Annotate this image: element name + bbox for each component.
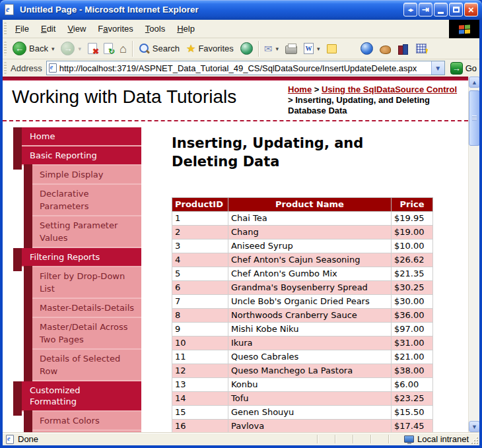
sidebar-item-home[interactable]: Home	[22, 127, 141, 146]
status-bar: Done Local intranet	[3, 432, 479, 445]
forward-button[interactable]: → ▾	[57, 40, 85, 57]
price-cell: $19.00	[392, 226, 433, 240]
status-separator	[353, 435, 353, 443]
maximize-icon	[453, 7, 460, 13]
sidebar-item-label: Details of Selected Row	[40, 354, 120, 376]
search-icon	[138, 43, 150, 55]
maximize-button[interactable]	[449, 3, 463, 16]
sidebar-item-filtering-reports[interactable]: Filtering Reports	[22, 248, 141, 267]
table-row: 10Ikura$31.00	[172, 336, 433, 350]
home-button[interactable]: ⌂	[116, 42, 130, 56]
product-name-cell: Grandma's Boysenberry Spread	[228, 281, 391, 295]
detach-window-button[interactable]: ⇥	[419, 3, 432, 16]
product-id-cell: 1	[172, 212, 228, 226]
price-cell: $38.00	[392, 364, 433, 378]
edit-button[interactable]: W ▾	[300, 42, 324, 55]
web-page: Working with Data Tutorials Home > Using…	[3, 77, 468, 432]
breadcrumb-link-using-the-sqldatasource-control[interactable]: Using the SqlDataSource Control	[322, 84, 457, 94]
go-button[interactable]: → Go	[450, 62, 477, 75]
table-row: 7Uncle Bob's Organic Dried Pears$30.00	[172, 295, 433, 309]
scroll-down-button[interactable]: ▼	[469, 421, 479, 432]
menu-item-help[interactable]: Help	[171, 20, 201, 38]
menu-item-favorites[interactable]: Favorites	[92, 20, 139, 38]
mail-dropdown-icon[interactable]: ▾	[275, 46, 279, 52]
sidebar-item-filter-by-drop-down-list[interactable]: Filter by Drop-Down List	[32, 267, 141, 299]
sidebar-item-details-of-selected-row[interactable]: Details of Selected Row	[32, 350, 141, 381]
search-label: Search	[153, 44, 180, 53]
throbber	[449, 20, 479, 38]
go-label: Go	[465, 63, 477, 73]
table-row: 12Queso Manchego La Pastora$38.00	[172, 364, 433, 378]
product-name-cell: Pavlova	[228, 420, 391, 433]
resize-grip[interactable]	[472, 438, 478, 444]
sidebar-item-customized-formatting[interactable]: Customized Formatting	[22, 381, 141, 412]
table-row: 5Chef Anton's Gumbo Mix$21.35	[172, 267, 433, 281]
favorites-star-icon: ★	[186, 44, 195, 54]
column-header-price: Price	[392, 198, 433, 212]
price-cell: $36.00	[392, 309, 433, 323]
sidebar-item-master-detail-across-two-pages[interactable]: Master/Detail Across Two Pages	[32, 318, 141, 350]
msn-button[interactable]	[357, 41, 376, 56]
refresh-button[interactable]: ↻	[100, 42, 116, 55]
ie-page-icon	[49, 63, 57, 73]
edit-word-icon: W	[304, 43, 314, 54]
history-globe-icon	[240, 42, 253, 55]
browser-window: Untitled Page - Microsoft Internet Explo…	[0, 0, 482, 448]
research-books-icon	[397, 44, 409, 54]
address-input[interactable]: http://localhost:3719/ASPNET_Data_Tutori…	[46, 61, 445, 75]
back-button[interactable]: ← Back ▾	[9, 40, 57, 57]
exit-window-icon: ⇥	[422, 5, 429, 15]
scroll-up-button[interactable]: ▲	[469, 77, 479, 88]
menu-item-file[interactable]: File	[9, 20, 35, 38]
history-button[interactable]	[237, 41, 256, 56]
search-companion-button[interactable]	[376, 42, 394, 55]
sidebar-item-label: Home	[30, 131, 55, 141]
product-id-cell: 5	[172, 267, 228, 281]
stop-button[interactable]: ✖	[85, 42, 100, 55]
forward-icon: →	[61, 42, 75, 55]
breadcrumb-current: Inserting, Updating, and Deleting Databa…	[288, 95, 430, 115]
ie-page-icon	[5, 4, 14, 15]
mail-button[interactable]: ✉ ▾	[261, 42, 282, 55]
menu-items: FileEditViewFavoritesToolsHelp	[9, 20, 201, 38]
titlebar[interactable]: Untitled Page - Microsoft Internet Explo…	[0, 0, 482, 20]
sidebar-item-simple-display[interactable]: Simple Display	[32, 166, 141, 185]
address-dropdown-button[interactable]: ▼	[431, 61, 444, 75]
sidebar-item-declarative-parameters[interactable]: Declarative Parameters	[32, 185, 141, 216]
print-icon	[285, 46, 297, 54]
price-cell: $30.00	[392, 295, 433, 309]
menu-item-edit[interactable]: Edit	[35, 20, 61, 38]
product-id-cell: 6	[172, 281, 228, 295]
menu-item-tools[interactable]: Tools	[139, 20, 171, 38]
back-dropdown-icon[interactable]: ▾	[52, 46, 55, 52]
sidebar-item-basic-reporting[interactable]: Basic Reporting	[22, 146, 141, 166]
discuss-button[interactable]	[324, 43, 340, 55]
messenger-button[interactable]	[413, 42, 430, 55]
pan-window-button[interactable]: ◂▸	[403, 3, 417, 16]
search-button[interactable]: Search	[135, 42, 183, 56]
toolbar-grip[interactable]	[4, 22, 7, 35]
price-cell: $21.35	[392, 267, 433, 281]
favorites-button[interactable]: ★ Favorites	[183, 42, 237, 55]
product-id-cell: 12	[172, 364, 228, 378]
print-button[interactable]	[282, 42, 300, 55]
scrollbar-thumb[interactable]	[469, 90, 479, 146]
main-content: Inserting, Updating, and Deleting Data P…	[172, 121, 436, 432]
vertical-scrollbar[interactable]: ▲ ▼	[468, 77, 479, 432]
sidebar-item-master-details-details[interactable]: Master-Details-Details	[32, 299, 141, 318]
menu-item-view[interactable]: View	[61, 20, 92, 38]
price-cell: $19.95	[392, 212, 433, 226]
research-button[interactable]	[394, 42, 413, 55]
product-name-cell: Konbu	[228, 378, 391, 392]
minimize-button[interactable]	[434, 3, 448, 16]
toolbar-grip[interactable]	[4, 42, 7, 56]
edit-dropdown-icon[interactable]: ▾	[317, 46, 320, 52]
toolbar-grip[interactable]	[4, 62, 7, 74]
price-cell: $17.45	[392, 420, 433, 433]
breadcrumb-link-home[interactable]: Home	[288, 84, 312, 94]
close-icon: ×	[468, 5, 474, 15]
product-id-cell: 4	[172, 253, 228, 267]
sidebar-item-setting-parameter-values[interactable]: Setting Parameter Values	[32, 216, 141, 248]
close-button[interactable]: ×	[464, 3, 478, 16]
sidebar-item-format-colors[interactable]: Format Colors	[32, 412, 141, 431]
